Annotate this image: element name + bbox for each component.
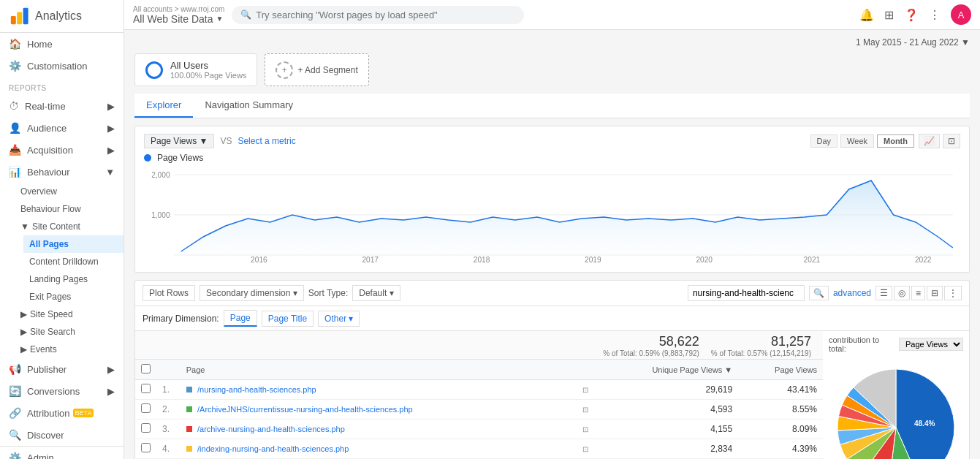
page-views-dropdown[interactable]: Page Views ▼ (144, 134, 214, 148)
vs-label: VS (220, 136, 232, 146)
week-button[interactable]: Week (840, 134, 874, 148)
help-icon[interactable]: ❓ (904, 8, 919, 22)
behaviour-flow-label: Behaviour Flow (20, 204, 81, 214)
total-unique-pv-pct: % of Total: 0.59% (9,883,792) (603, 349, 699, 357)
settings-view-button[interactable]: ⋮ (944, 286, 962, 300)
page-link[interactable]: /nursing-and-health-sciences.php (197, 385, 316, 394)
sort-type-label: Sort Type: (308, 288, 348, 298)
row-color-dot (186, 406, 192, 412)
site-name-chevron-icon: ▼ (216, 15, 223, 23)
secondary-dimension-button[interactable]: Secondary dimension ▾ (200, 285, 304, 301)
date-range-chevron-icon: ▼ (961, 37, 970, 48)
site-name: All Web Site Data ▼ (133, 13, 224, 25)
page-link[interactable]: /archive-nursing-and-health-sciences.php (197, 425, 345, 433)
sidebar-item-site-speed[interactable]: ▶ Site Speed (15, 306, 124, 323)
month-button[interactable]: Month (877, 134, 914, 148)
contribution-label-text: contribution to total: (829, 335, 896, 353)
sidebar-item-exit-pages[interactable]: Exit Pages (23, 288, 124, 306)
grid-icon[interactable]: ⊞ (884, 8, 894, 22)
date-range[interactable]: 1 May 2015 - 21 Aug 2022 ▼ (134, 37, 970, 48)
filter-input[interactable] (688, 285, 805, 301)
line-chart-button[interactable]: 📈 (919, 134, 940, 148)
dim-tab-page-title[interactable]: Page Title (262, 311, 314, 327)
select-metric-link[interactable]: Select a metric (238, 136, 295, 146)
external-link-icon[interactable]: ⊡ (582, 406, 588, 414)
unique-pv-header: Unique Page Views (652, 365, 722, 374)
notification-icon[interactable]: 🔔 (859, 8, 874, 22)
sidebar-item-events[interactable]: ▶ Events (15, 341, 124, 358)
svg-text:2018: 2018 (474, 256, 490, 262)
landing-pages-label: Landing Pages (29, 274, 88, 284)
pie-view-button[interactable]: ◎ (894, 286, 910, 300)
sidebar-item-acquisition[interactable]: 📥 Acquisition ▶ (0, 139, 124, 161)
behaviour-label: Behaviour (27, 167, 70, 178)
compare-view-button[interactable]: ⊟ (927, 286, 943, 300)
tab-explorer[interactable]: Explorer (134, 94, 193, 118)
tab-navigation-summary[interactable]: Navigation Summary (193, 94, 305, 118)
sidebar-item-audience[interactable]: 👤 Audience ▶ (0, 117, 124, 139)
plot-rows-button[interactable]: Plot Rows (143, 285, 195, 301)
row-checkbox[interactable] (141, 403, 151, 413)
more-icon[interactable]: ⋮ (929, 8, 941, 22)
sidebar-item-home[interactable]: 🏠 Home (0, 33, 124, 55)
sidebar-item-overview[interactable]: Overview (15, 183, 124, 200)
th-pv[interactable]: Page Views (738, 360, 823, 380)
sidebar-item-site-search[interactable]: ▶ Site Search (15, 323, 124, 341)
analytics-title: Analytics (35, 10, 82, 23)
dim-tab-page[interactable]: Page (224, 310, 257, 327)
sidebar-item-content-drilldown[interactable]: Content Drilldown (23, 253, 124, 270)
row-pv-pct: 43.41% (738, 380, 823, 400)
segment-add[interactable]: + + Add Segment (265, 53, 368, 86)
day-button[interactable]: Day (810, 134, 838, 148)
sidebar-item-site-content[interactable]: ▼ Site Content (15, 218, 124, 235)
row-page: /ArchiveJNHS/currentissue-nursing-and-he… (181, 400, 563, 420)
sidebar-item-landing-pages[interactable]: Landing Pages (23, 270, 124, 288)
row-checkbox[interactable] (141, 384, 151, 393)
sidebar-item-behaviour-flow[interactable]: Behaviour Flow (15, 200, 124, 218)
list-view-button[interactable]: ≡ (911, 286, 925, 300)
row-unique-pv: 4,593 (594, 400, 738, 420)
external-link-icon[interactable]: ⊡ (582, 425, 588, 433)
audience-label: Audience (27, 123, 67, 134)
sort-type-select[interactable]: Default ▾ (352, 285, 400, 301)
audience-icon: 👤 (9, 122, 21, 134)
row-checkbox[interactable] (141, 443, 151, 452)
account-info: All accounts > www.rroj.com All Web Site… (133, 5, 224, 25)
svg-text:2021: 2021 (804, 256, 821, 262)
external-link-icon[interactable]: ⊡ (582, 386, 588, 394)
search-input[interactable] (256, 10, 515, 20)
sidebar-item-conversions[interactable]: 🔄 Conversions ▶ (0, 380, 124, 402)
search-bar[interactable]: 🔍 (232, 6, 524, 24)
sidebar-item-admin[interactable]: ⚙️ Admin (0, 446, 124, 459)
sidebar-item-attribution[interactable]: 🔗 Attribution BETA (0, 402, 124, 424)
bar-chart-button[interactable]: ⊡ (943, 134, 960, 148)
filter-search-icon[interactable]: 🔍 (809, 286, 829, 300)
dim-tab-other[interactable]: Other ▾ (318, 311, 360, 327)
contribution-select[interactable]: Page Views (899, 338, 963, 351)
segment-all-users[interactable]: All Users 100.00% Page Views (134, 53, 257, 86)
avatar[interactable]: A (951, 4, 971, 25)
sidebar-item-customisation[interactable]: ⚙️ Customisation (0, 55, 124, 77)
sidebar-item-all-pages[interactable]: All Pages (23, 235, 124, 253)
row-num: 3. (156, 420, 181, 439)
th-page[interactable]: Page (181, 360, 563, 380)
table-view-button[interactable]: ☰ (875, 286, 892, 300)
content-drilldown-label: Content Drilldown (29, 257, 99, 267)
page-link[interactable]: /indexing-nursing-and-health-sciences.ph… (197, 444, 349, 453)
row-checkbox[interactable] (141, 423, 151, 433)
date-range-text: 1 May 2015 - 21 Aug 2022 (856, 37, 959, 48)
pie-chart: 48.4% (830, 362, 962, 459)
exit-pages-label: Exit Pages (29, 292, 71, 302)
select-all-checkbox[interactable] (141, 364, 151, 373)
row-page: /archive-nursing-and-health-sciences.php (181, 420, 563, 439)
th-unique-pv[interactable]: Unique Page Views ▼ (594, 360, 738, 380)
external-link-icon[interactable]: ⊡ (582, 445, 588, 453)
report-tabs: Explorer Navigation Summary (134, 94, 970, 118)
advanced-button[interactable]: advanced (833, 288, 871, 298)
sidebar-item-discover[interactable]: 🔍 Discover (0, 424, 124, 446)
table-row: 3. /archive-nursing-and-health-sciences.… (135, 420, 823, 439)
sidebar-item-behaviour[interactable]: 📊 Behaviour ▼ (0, 161, 124, 183)
page-link[interactable]: /ArchiveJNHS/currentissue-nursing-and-he… (197, 405, 413, 414)
sidebar-item-publisher[interactable]: 📢 Publisher ▶ (0, 358, 124, 380)
sidebar-item-realtime[interactable]: ⏱ Real-time ▶ (0, 95, 124, 117)
